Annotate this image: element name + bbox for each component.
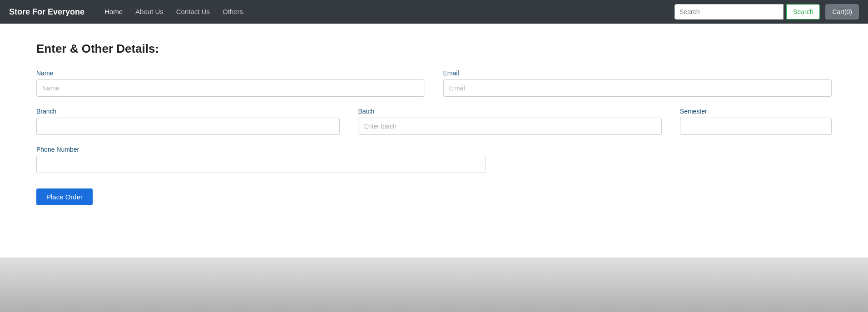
footer-area <box>0 258 868 312</box>
batch-input[interactable] <box>358 118 661 135</box>
form-row-phone: Phone Number <box>36 146 832 173</box>
form-group-batch: Batch <box>358 108 661 135</box>
form-group-name: Name <box>36 69 425 97</box>
main-content: Enter & Other Details: Name Email Branch… <box>0 24 868 223</box>
cart-button[interactable]: Cart(0) <box>825 4 859 20</box>
place-order-button[interactable]: Place Order <box>36 188 93 205</box>
email-input[interactable] <box>443 79 832 97</box>
navbar-search: Search Cart(0) <box>675 4 859 20</box>
phone-input[interactable] <box>36 156 486 173</box>
form-row-branch-batch-semester: Branch Batch Semester <box>36 108 832 135</box>
email-label: Email <box>443 69 832 77</box>
name-label: Name <box>36 69 425 77</box>
form-row-name-email: Name Email <box>36 69 832 97</box>
nav-link-contact[interactable]: Contact Us <box>170 0 216 24</box>
form-group-branch: Branch <box>36 108 340 135</box>
form-group-phone: Phone Number <box>36 146 832 173</box>
semester-label: Semester <box>680 108 832 115</box>
nav-links: Home About Us Contact Us Others <box>98 0 675 24</box>
nav-link-about[interactable]: About Us <box>129 0 170 24</box>
name-input[interactable] <box>36 79 425 97</box>
branch-input[interactable] <box>36 118 340 135</box>
form-title: Enter & Other Details: <box>36 42 832 56</box>
nav-link-home[interactable]: Home <box>98 0 129 24</box>
navbar: Store For Everyone Home About Us Contact… <box>0 0 868 24</box>
search-input[interactable] <box>675 4 784 20</box>
branch-label: Branch <box>36 108 340 115</box>
form-group-semester: Semester <box>680 108 832 135</box>
form-group-email: Email <box>443 69 832 97</box>
navbar-brand[interactable]: Store For Everyone <box>9 7 84 17</box>
search-button[interactable]: Search <box>786 4 820 20</box>
batch-label: Batch <box>358 108 661 115</box>
nav-link-others[interactable]: Others <box>216 0 249 24</box>
semester-input[interactable] <box>680 118 832 135</box>
phone-label: Phone Number <box>36 146 832 153</box>
